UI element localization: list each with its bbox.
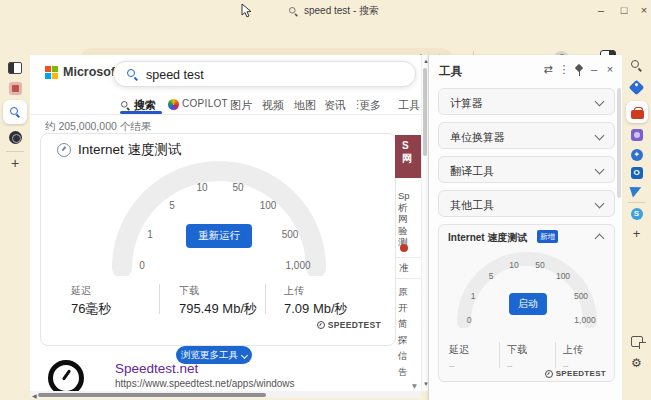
sidebar-tools-active[interactable] bbox=[626, 101, 648, 123]
tab-images[interactable]: 图片 bbox=[230, 98, 252, 113]
window-minimize-button[interactable]: – bbox=[590, 0, 612, 20]
sidebar-skype[interactable]: S bbox=[622, 208, 651, 220]
clipped-red-icon bbox=[400, 244, 408, 252]
panel-scrollbar-thumb[interactable] bbox=[617, 88, 621, 198]
bing-search-box[interactable]: speed test bbox=[113, 61, 416, 87]
globe-tab-icon bbox=[9, 131, 22, 144]
gauge-label: 10 bbox=[196, 182, 207, 193]
tab-news[interactable]: 资讯 bbox=[324, 98, 346, 113]
search-query-text[interactable]: speed test bbox=[146, 68, 204, 82]
page-tab-icon bbox=[8, 62, 22, 74]
sidebar-outlook[interactable]: O bbox=[622, 167, 651, 179]
toolbox-icon bbox=[631, 110, 644, 119]
speedometer-favicon bbox=[57, 143, 71, 157]
browser-toolbar: ← ↻ https://www.bing.com/search?q=speed%… bbox=[0, 22, 651, 55]
metric-separator bbox=[499, 342, 500, 368]
sidebar-drop[interactable] bbox=[622, 185, 651, 196]
tab-videos[interactable]: 视频 bbox=[262, 98, 284, 113]
result-title-link[interactable]: Speedtest.net bbox=[115, 361, 198, 376]
scrollbar-thumb[interactable] bbox=[423, 68, 427, 156]
accordion-other-tools[interactable]: 其他工具 bbox=[438, 190, 615, 217]
serp-ad-card[interactable]: S 网 bbox=[395, 135, 421, 178]
accordion-unit-converter[interactable]: 单位换算器 bbox=[438, 122, 615, 149]
metric-separator bbox=[555, 342, 556, 368]
gauge-label: 1,000 bbox=[285, 260, 310, 271]
panel-close-icon[interactable]: × bbox=[603, 63, 617, 75]
panel-minimize-icon[interactable]: – bbox=[587, 63, 601, 75]
start-button[interactable]: 启动 bbox=[509, 293, 547, 315]
chevron-down-icon bbox=[595, 97, 605, 107]
clipped-down-arrow: ▾ bbox=[412, 380, 417, 392]
pin-icon[interactable] bbox=[574, 65, 584, 76]
gauge-label: 0 bbox=[467, 315, 472, 325]
accordion-translator[interactable]: 翻译工具 bbox=[438, 156, 615, 183]
browser-tab[interactable]: speed test - 搜索 bbox=[288, 4, 379, 18]
tab-more[interactable]: 更多 bbox=[359, 98, 381, 113]
result-url[interactable]: https://www.speedtest.net/apps/windows bbox=[115, 378, 295, 389]
speedtest-logo-icon bbox=[545, 370, 553, 378]
window-maximize-button[interactable]: □ bbox=[613, 0, 635, 20]
search-icon bbox=[289, 7, 298, 16]
accordion-speed-test-expanded[interactable]: Internet 速度测试 新增 0 1 5 10 50 100 500 1,0… bbox=[438, 224, 615, 382]
new-tab-button[interactable]: + bbox=[0, 155, 30, 171]
more-tools-label: 浏览更多工具 bbox=[181, 349, 238, 362]
metric-label: 延迟 bbox=[71, 284, 111, 298]
sidebar-shopping[interactable] bbox=[622, 82, 651, 93]
speedtest-attribution: SPEEDTEST bbox=[545, 369, 606, 378]
browser-window: speed test - 搜索 – □ × ← ↻ https://www.bi… bbox=[0, 0, 651, 400]
tab-tools[interactable]: 工具 bbox=[398, 98, 420, 113]
download-metric: 下载 795.49 Mb/秒 bbox=[179, 284, 257, 318]
scrollbar-thumb[interactable] bbox=[38, 393, 266, 397]
rail-divider bbox=[628, 202, 645, 203]
chevron-down-icon bbox=[241, 351, 248, 358]
search-tab-icon bbox=[10, 107, 21, 118]
panel-more-icon[interactable]: ⋮ bbox=[557, 63, 571, 76]
accordion-calculator[interactable]: 计算器 bbox=[438, 88, 615, 115]
gauge-label: 100 bbox=[556, 271, 570, 281]
speed-card-title: Internet 速度测试 bbox=[78, 141, 182, 159]
accordion-label: 单位换算器 bbox=[450, 130, 505, 145]
upload-metric: 上传 -- bbox=[563, 343, 583, 370]
latency-metric: 延迟 76毫秒 bbox=[71, 284, 111, 318]
sidebar-games[interactable] bbox=[622, 129, 651, 141]
clipped-text-column: Sp 析 网 验 测 bbox=[398, 190, 410, 248]
tab-maps[interactable]: 地图 bbox=[294, 98, 316, 113]
gauge-label: 1 bbox=[471, 291, 476, 301]
clipped-divider bbox=[396, 257, 421, 258]
gauge-label: 500 bbox=[282, 229, 299, 240]
paper-plane-icon bbox=[630, 184, 644, 198]
swap-icon[interactable]: ⇄ bbox=[541, 63, 555, 76]
vertical-tab-page[interactable] bbox=[0, 62, 30, 74]
rail-divider bbox=[6, 151, 24, 152]
tab-copilot[interactable]: COPILOT bbox=[182, 98, 228, 109]
sidebar-search[interactable] bbox=[622, 60, 651, 71]
sidebar-add-button[interactable]: + bbox=[622, 226, 651, 241]
search-icon bbox=[127, 69, 138, 80]
microsoft-logo-icon bbox=[45, 66, 58, 79]
scroll-left-icon[interactable]: ◀ bbox=[32, 392, 37, 399]
shopping-tag-icon bbox=[629, 80, 645, 96]
sidebar-screenshot[interactable] bbox=[622, 336, 651, 347]
microsoft-365-icon: ✦ bbox=[631, 149, 643, 161]
vertical-tab-reader[interactable] bbox=[0, 82, 30, 95]
accordion-label: 计算器 bbox=[450, 96, 483, 111]
gauge-label: 50 bbox=[232, 182, 243, 193]
metric-separator bbox=[159, 284, 160, 314]
mouse-cursor bbox=[240, 3, 252, 19]
speed-tool-title: Internet 速度测试 bbox=[448, 231, 527, 245]
rerun-button[interactable]: 重新运行 bbox=[186, 224, 252, 248]
results-count: 约 205,000,000 个结果 bbox=[45, 120, 151, 134]
speed-gauge: 0 1 5 10 50 100 500 1,000 重新运行 bbox=[104, 161, 334, 276]
sidebar-microsoft-365[interactable]: ✦ bbox=[622, 149, 651, 161]
vertical-tab-search-active[interactable] bbox=[3, 100, 27, 124]
sidebar-settings[interactable]: ⚙ bbox=[622, 356, 651, 370]
window-close-button[interactable]: × bbox=[633, 0, 651, 20]
vertical-tab-globe[interactable] bbox=[0, 131, 30, 144]
speedtest-attribution: SPEEDTEST bbox=[317, 320, 381, 330]
tools-panel: 工具 ⇄ ⋮ – × 计算器 单位换算器 翻译工具 其他工具 Internet … bbox=[428, 55, 622, 400]
gauge-label: 50 bbox=[535, 260, 544, 270]
gauge-label: 1,000 bbox=[574, 315, 595, 325]
gauge-label: 5 bbox=[489, 271, 494, 281]
accordion-label: 翻译工具 bbox=[450, 164, 494, 179]
metric-value: 795.49 Mb/秒 bbox=[179, 300, 257, 318]
